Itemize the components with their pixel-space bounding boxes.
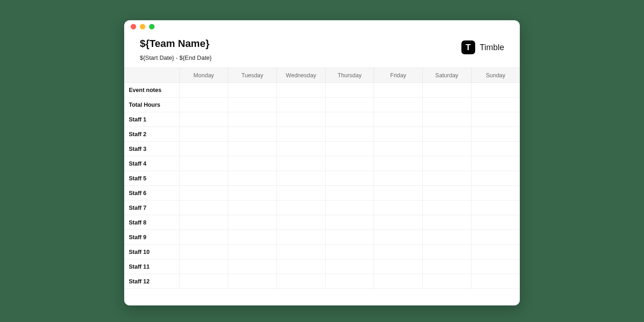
schedule-cell[interactable] [423, 245, 472, 259]
schedule-cell[interactable] [423, 83, 472, 98]
schedule-cell[interactable] [276, 171, 325, 186]
schedule-cell[interactable] [325, 230, 374, 245]
schedule-cell[interactable] [276, 127, 325, 142]
schedule-cell[interactable] [423, 142, 472, 156]
schedule-cell[interactable] [471, 201, 520, 215]
schedule-cell[interactable] [228, 83, 277, 98]
schedule-cell[interactable] [179, 245, 228, 259]
schedule-cell[interactable] [374, 142, 423, 156]
schedule-cell[interactable] [276, 230, 325, 245]
schedule-cell[interactable] [374, 215, 423, 230]
schedule-cell[interactable] [179, 215, 228, 230]
schedule-cell[interactable] [325, 142, 374, 156]
schedule-cell[interactable] [325, 98, 374, 112]
schedule-cell[interactable] [374, 98, 423, 112]
schedule-cell[interactable] [325, 201, 374, 215]
window-minimize-button[interactable] [140, 24, 145, 29]
schedule-cell[interactable] [179, 98, 228, 112]
schedule-cell[interactable] [325, 259, 374, 274]
schedule-cell[interactable] [325, 274, 374, 289]
schedule-cell[interactable] [179, 83, 228, 98]
schedule-cell[interactable] [228, 259, 277, 274]
schedule-cell[interactable] [179, 127, 228, 142]
schedule-cell[interactable] [471, 274, 520, 289]
schedule-cell[interactable] [471, 171, 520, 186]
schedule-cell[interactable] [228, 127, 277, 142]
schedule-cell[interactable] [276, 186, 325, 201]
schedule-cell[interactable] [374, 186, 423, 201]
schedule-cell[interactable] [471, 142, 520, 156]
schedule-cell[interactable] [228, 245, 277, 259]
schedule-cell[interactable] [228, 230, 277, 245]
schedule-cell[interactable] [179, 171, 228, 186]
schedule-cell[interactable] [228, 215, 277, 230]
schedule-cell[interactable] [228, 112, 277, 127]
schedule-cell[interactable] [423, 98, 472, 112]
schedule-cell[interactable] [276, 274, 325, 289]
schedule-cell[interactable] [423, 215, 472, 230]
schedule-cell[interactable] [325, 245, 374, 259]
schedule-cell[interactable] [423, 171, 472, 186]
schedule-cell[interactable] [276, 259, 325, 274]
schedule-cell[interactable] [179, 230, 228, 245]
schedule-cell[interactable] [179, 274, 228, 289]
schedule-cell[interactable] [276, 98, 325, 112]
schedule-cell[interactable] [471, 245, 520, 259]
schedule-cell[interactable] [374, 171, 423, 186]
schedule-cell[interactable] [374, 83, 423, 98]
schedule-cell[interactable] [276, 112, 325, 127]
schedule-cell[interactable] [276, 156, 325, 171]
schedule-cell[interactable] [179, 186, 228, 201]
schedule-cell[interactable] [228, 186, 277, 201]
schedule-cell[interactable] [325, 171, 374, 186]
schedule-cell[interactable] [276, 83, 325, 98]
schedule-cell[interactable] [423, 112, 472, 127]
schedule-cell[interactable] [325, 156, 374, 171]
schedule-cell[interactable] [276, 142, 325, 156]
schedule-cell[interactable] [179, 112, 228, 127]
schedule-cell[interactable] [471, 156, 520, 171]
schedule-cell[interactable] [374, 245, 423, 259]
schedule-cell[interactable] [228, 201, 277, 215]
schedule-cell[interactable] [471, 186, 520, 201]
schedule-cell[interactable] [471, 112, 520, 127]
schedule-cell[interactable] [374, 230, 423, 245]
schedule-cell[interactable] [471, 230, 520, 245]
schedule-cell[interactable] [325, 83, 374, 98]
schedule-cell[interactable] [471, 98, 520, 112]
schedule-cell[interactable] [374, 112, 423, 127]
schedule-cell[interactable] [423, 201, 472, 215]
schedule-cell[interactable] [325, 215, 374, 230]
schedule-cell[interactable] [228, 274, 277, 289]
schedule-cell[interactable] [374, 259, 423, 274]
schedule-cell[interactable] [228, 156, 277, 171]
schedule-cell[interactable] [423, 274, 472, 289]
schedule-cell[interactable] [325, 186, 374, 201]
schedule-cell[interactable] [276, 201, 325, 215]
schedule-cell[interactable] [471, 259, 520, 274]
schedule-cell[interactable] [471, 127, 520, 142]
schedule-cell[interactable] [179, 156, 228, 171]
schedule-cell[interactable] [228, 98, 277, 112]
schedule-cell[interactable] [228, 142, 277, 156]
schedule-cell[interactable] [471, 215, 520, 230]
schedule-cell[interactable] [423, 230, 472, 245]
schedule-cell[interactable] [471, 83, 520, 98]
schedule-cell[interactable] [423, 259, 472, 274]
schedule-cell[interactable] [325, 112, 374, 127]
schedule-cell[interactable] [423, 127, 472, 142]
schedule-cell[interactable] [276, 245, 325, 259]
schedule-cell[interactable] [374, 127, 423, 142]
schedule-cell[interactable] [423, 156, 472, 171]
window-maximize-button[interactable] [149, 24, 155, 29]
schedule-cell[interactable] [374, 156, 423, 171]
schedule-cell[interactable] [374, 201, 423, 215]
schedule-cell[interactable] [276, 215, 325, 230]
schedule-cell[interactable] [423, 186, 472, 201]
window-close-button[interactable] [131, 24, 136, 29]
schedule-cell[interactable] [325, 127, 374, 142]
schedule-cell[interactable] [374, 274, 423, 289]
schedule-cell[interactable] [179, 259, 228, 274]
schedule-cell[interactable] [179, 201, 228, 215]
schedule-cell[interactable] [179, 142, 228, 156]
